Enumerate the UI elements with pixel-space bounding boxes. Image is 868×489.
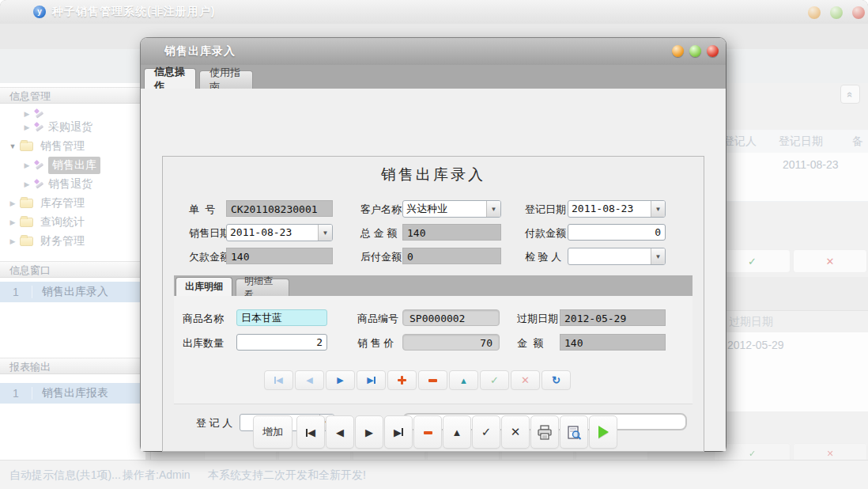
tree-item-purchase-return[interactable]: ▶ 采购退货 <box>0 118 145 137</box>
tree-item-query-stats[interactable]: ▶ 查询统计 <box>0 213 145 232</box>
triangle-up-icon: ▲ <box>452 426 462 438</box>
folder-icon <box>20 199 33 208</box>
tree-item-sales-mgmt[interactable]: ▼ 销售管理 <box>0 137 145 156</box>
detail-first-button[interactable]: ◀ <box>264 370 293 390</box>
chevron-down-icon[interactable]: ▼ <box>651 248 665 264</box>
close-button[interactable] <box>852 6 865 19</box>
qty-input[interactable] <box>236 334 327 351</box>
detail-last-button[interactable]: ▶ <box>357 370 386 390</box>
minus-icon <box>423 427 433 438</box>
minimize-button[interactable] <box>808 6 821 19</box>
bg-table-row-empty[interactable] <box>715 177 868 202</box>
print-button[interactable] <box>530 415 559 449</box>
bg-cancel-button[interactable]: ✕ <box>793 249 867 273</box>
prev-record-icon: ◀ <box>306 375 312 385</box>
chevron-down-icon[interactable]: ▼ <box>318 225 332 241</box>
form-heading: 销售出库录入 <box>163 165 704 185</box>
nav-first-button[interactable]: ◀ <box>296 415 325 449</box>
chevron-right-icon: ▶ <box>8 218 17 226</box>
reg-date-combobox[interactable]: 2011-08-23 ▼ <box>568 200 666 218</box>
chevron-down-icon[interactable]: ▼ <box>486 201 500 217</box>
customer-value: 兴达种业 <box>403 201 486 217</box>
tree-item-label: 采购退货 <box>48 120 92 135</box>
detail-post-button[interactable]: ✓ <box>480 370 509 390</box>
run-report-button[interactable] <box>589 415 617 449</box>
tree-item-label: 库存管理 <box>40 196 85 210</box>
owed-amount-field: 140 <box>226 248 333 264</box>
price-field: 70 <box>402 334 500 351</box>
order-no-label: 单 号 <box>189 200 215 218</box>
folder-icon <box>20 142 33 151</box>
detail-edit-button[interactable]: ▲ <box>449 370 478 390</box>
bg-table-row[interactable]: 2011-08-23 <box>715 153 868 178</box>
print-preview-button[interactable] <box>560 415 588 449</box>
plus-icon <box>397 375 407 385</box>
collapse-panel-button[interactable]: « <box>840 85 860 104</box>
bg-section-band <box>715 277 868 311</box>
x-icon: ✕ <box>826 449 833 459</box>
x-icon: ✕ <box>826 256 835 267</box>
chevron-down-icon[interactable]: ▼ <box>651 201 665 217</box>
expiry-label: 过期日期 <box>517 309 558 328</box>
detail-prev-button[interactable]: ◀ <box>295 370 324 390</box>
dialog-close-button[interactable] <box>707 45 719 57</box>
paid-amount-input[interactable] <box>568 224 666 241</box>
tree-item-sales-return[interactable]: ▶ 销售退货 <box>0 175 145 194</box>
info-window-item[interactable]: 1 销售出库录入 <box>0 282 145 302</box>
tree-item-label: 销售管理 <box>40 139 85 154</box>
dialog-tab-info-operation[interactable]: 信息操作 <box>144 68 196 89</box>
cancel-record-button[interactable]: ✕ <box>501 415 530 449</box>
status-operator: 操作者:Admin <box>123 468 191 483</box>
tree-item-label: 销售退货 <box>48 177 92 191</box>
detail-delete-button[interactable] <box>418 370 447 390</box>
post-record-button[interactable]: ✓ <box>472 415 500 449</box>
edit-record-button[interactable]: ▲ <box>443 415 471 449</box>
add-record-label: 增加 <box>262 425 283 439</box>
play-icon <box>598 426 609 438</box>
report-output-item[interactable]: 1 销售出库报表 <box>0 383 145 404</box>
detail-tabstrip: 出库明细 明细查看 <box>174 275 693 296</box>
cell-reg-date: 2011-08-23 <box>783 158 839 171</box>
paid-amount-label: 付款金额 <box>525 224 566 242</box>
nav-prev-button[interactable]: ◀ <box>326 415 354 449</box>
tree-item-inventory-mgmt[interactable]: ▶ 库存管理 <box>0 194 145 213</box>
detail-add-button[interactable] <box>387 370 417 390</box>
inspector-label: 检 验 人 <box>525 248 561 266</box>
item-index: 1 <box>0 387 32 400</box>
add-record-button[interactable]: 增加 <box>253 415 292 449</box>
tree-item-sales-outbound[interactable]: ▶ 销售出库 <box>0 156 145 175</box>
detail-next-button[interactable]: ▶ <box>326 370 355 390</box>
col-remark: 备 <box>852 135 863 149</box>
tree-item-label: 查询统计 <box>40 215 85 229</box>
customer-combobox[interactable]: 兴达种业 ▼ <box>402 200 501 218</box>
dialog-tab-user-guide[interactable]: 使用指南 <box>199 70 253 89</box>
chevron-right-icon: ▶ <box>8 199 17 207</box>
nav-last-button[interactable]: ▶ <box>384 415 413 449</box>
inspector-combobox[interactable]: ▼ <box>568 248 666 265</box>
nav-next-button[interactable]: ▶ <box>355 415 383 449</box>
detail-cancel-button[interactable]: ✕ <box>511 370 540 390</box>
item-label: 销售出库录入 <box>32 285 108 299</box>
sale-date-combobox[interactable]: 2011-08-23 ▼ <box>226 224 333 241</box>
col-reg-date: 登记日期 <box>779 135 823 149</box>
detail-tab-view[interactable]: 明细查看 <box>236 279 289 296</box>
delete-record-button[interactable] <box>413 415 442 449</box>
bg-grid-panel: 2012-05-29 <box>715 332 868 411</box>
dialog-minimize-button[interactable] <box>672 45 684 57</box>
check-icon: ✓ <box>481 425 492 439</box>
amount-field: 140 <box>560 334 666 351</box>
sidebar-header-info-window: 信息窗口 <box>0 261 145 278</box>
detail-tab-outbound[interactable]: 出库明细 <box>175 277 232 296</box>
maximize-button[interactable] <box>830 6 843 19</box>
tree-item-label-selected: 销售出库 <box>48 157 100 174</box>
dialog-maximize-button[interactable] <box>689 45 701 57</box>
status-message: 本系统支持二次开发和全新开发! <box>208 468 366 483</box>
chevron-right-icon: ▶ <box>8 237 17 245</box>
customer-label: 客户名称 <box>360 200 402 218</box>
detail-refresh-button[interactable]: ↻ <box>542 370 571 390</box>
product-name-input[interactable] <box>236 309 327 326</box>
dialog-titlebar[interactable]: 销售出库录入 <box>141 38 726 65</box>
tree-item-finance-mgmt[interactable]: ▶ 财务管理 <box>0 232 145 251</box>
post-paid-label: 后付金额 <box>360 248 402 266</box>
bg-expiry-header: 过期日期 <box>729 315 773 329</box>
